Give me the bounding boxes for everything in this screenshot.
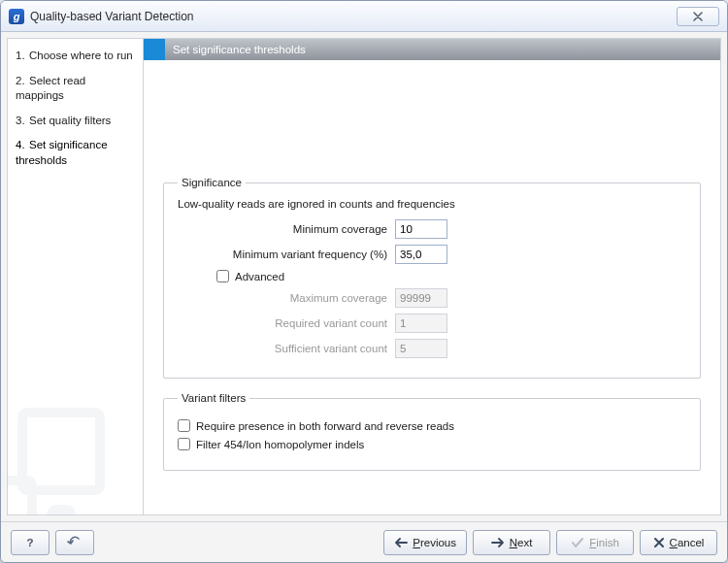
arrow-right-icon (491, 538, 505, 547)
req-variant-input (395, 314, 447, 333)
content-area: Significance Low-quality reads are ignor… (144, 60, 720, 504)
wizard-sidebar: 1.Choose where to run 2.Select read mapp… (8, 39, 144, 514)
finish-label: Finish (589, 537, 619, 548)
cancel-label: Cancel (670, 537, 705, 548)
close-icon (692, 12, 704, 21)
require-presence-checkbox[interactable] (178, 419, 190, 432)
app-icon: g (9, 9, 24, 24)
significance-group: Significance Low-quality reads are ignor… (163, 177, 701, 379)
step-header: Set significance thresholds (144, 39, 720, 60)
next-button[interactable]: Next (473, 530, 550, 555)
wizard-step-3[interactable]: 3.Set quality filters (16, 114, 135, 129)
suf-variant-input (395, 339, 447, 358)
dialog-window: g Quality-based Variant Detection 1.Choo… (0, 0, 728, 563)
previous-button[interactable]: Previous (383, 530, 467, 555)
dialog-body: 1.Choose where to run 2.Select read mapp… (7, 38, 721, 515)
undo-icon (67, 536, 83, 549)
footer: ? Previous Next Finish Cancel (1, 521, 727, 562)
help-icon: ? (26, 537, 33, 548)
step-header-title: Set significance thresholds (173, 44, 306, 55)
wizard-steps: 1.Choose where to run 2.Select read mapp… (16, 49, 135, 168)
req-variant-label: Required variant count (178, 317, 395, 329)
filter-homopolymer-label: Filter 454/Ion homopolymer indels (196, 439, 364, 450)
help-button[interactable]: ? (11, 530, 50, 555)
significance-legend: Significance (178, 177, 246, 188)
variant-filters-legend: Variant filters (178, 392, 249, 404)
close-button[interactable] (677, 7, 719, 26)
max-coverage-label: Maximum coverage (178, 292, 395, 304)
next-label: Next (510, 537, 533, 548)
min-coverage-label: Minimum coverage (178, 223, 395, 235)
advanced-label: Advanced (235, 271, 284, 282)
window-title: Quality-based Variant Detection (30, 10, 194, 23)
cancel-button[interactable]: Cancel (640, 530, 717, 555)
wizard-step-4[interactable]: 4.Set significance thresholds (16, 138, 135, 168)
wizard-step-label: Set significance thresholds (16, 139, 108, 166)
require-presence-label: Require presence in both forward and rev… (196, 420, 454, 432)
min-freq-input[interactable] (395, 245, 447, 264)
filter-homopolymer-checkbox[interactable] (178, 438, 190, 450)
cancel-icon (653, 537, 665, 548)
wizard-step-label: Choose where to run (29, 50, 133, 61)
advanced-row: Advanced (216, 270, 686, 282)
min-freq-label: Minimum variant frequency (%) (178, 248, 395, 260)
suf-variant-label: Sufficient variant count (178, 343, 395, 354)
variant-filters-group: Variant filters Require presence in both… (163, 392, 701, 471)
finish-button[interactable]: Finish (556, 530, 634, 555)
wizard-step-1[interactable]: 1.Choose where to run (16, 49, 135, 64)
titlebar: g Quality-based Variant Detection (1, 1, 727, 32)
significance-note: Low-quality reads are ignored in counts … (178, 198, 686, 210)
advanced-checkbox[interactable] (216, 270, 229, 282)
arrow-left-icon (394, 538, 408, 547)
main-panel: Set significance thresholds Significance… (144, 39, 720, 514)
wizard-step-2[interactable]: 2.Select read mappings (16, 74, 135, 104)
reset-button[interactable] (55, 530, 94, 555)
step-marker (144, 39, 165, 60)
min-coverage-input[interactable] (395, 219, 447, 239)
previous-label: Previous (413, 537, 456, 548)
max-coverage-input (395, 288, 447, 308)
check-icon (571, 537, 584, 548)
wizard-step-label: Set quality filters (29, 115, 111, 126)
advanced-group: Maximum coverage Required variant count … (178, 288, 686, 358)
